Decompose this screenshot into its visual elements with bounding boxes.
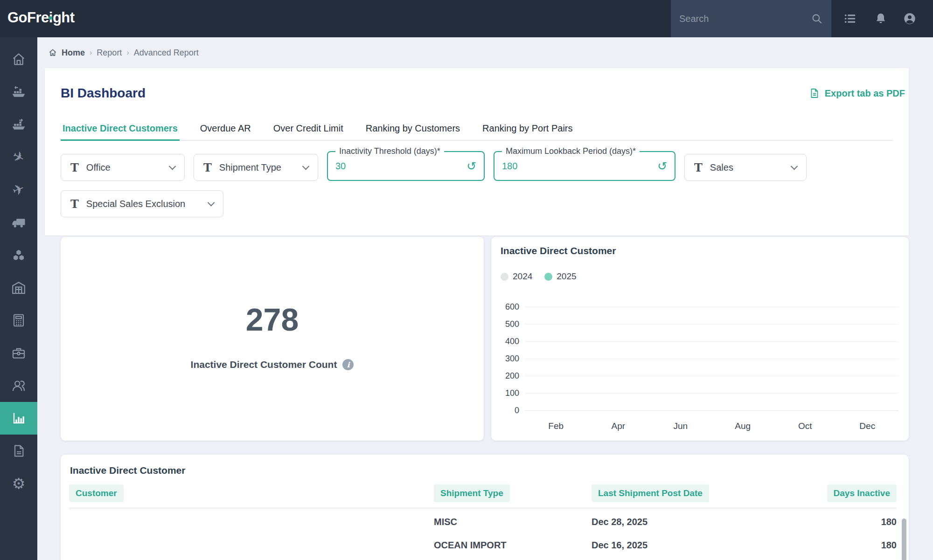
tab-over-credit-limit[interactable]: Over Credit Limit (272, 123, 345, 140)
sidebar-item-ship-import[interactable] (0, 76, 37, 108)
sidebar-item-documents[interactable] (0, 435, 37, 467)
users-icon (11, 378, 27, 394)
gridline-y-600 (525, 307, 898, 307)
export-pdf-label: Export tab as PDF (825, 88, 905, 99)
tab-ranking-by-port-pairs[interactable]: Ranking by Port Pairs (480, 123, 574, 140)
legend-label-2025: 2025 (557, 271, 576, 282)
warehouse-icon (11, 280, 27, 296)
breadcrumb-home[interactable]: Home (62, 48, 85, 58)
reset-icon[interactable]: ↺ (657, 160, 667, 172)
page-scrollbar-thumb[interactable] (902, 519, 906, 560)
search-input[interactable] (679, 14, 811, 24)
task-list-icon[interactable] (843, 12, 856, 25)
kpi-value: 278 (61, 301, 484, 338)
breadcrumb: Home › Report › Advanced Report (49, 37, 199, 68)
notifications-bell-icon[interactable] (874, 12, 887, 25)
max-lookback-input[interactable] (502, 161, 657, 172)
truck-icon (11, 214, 27, 230)
chevron-down-icon (791, 162, 798, 170)
user-avatar-icon[interactable] (903, 12, 916, 25)
ship-import-icon (11, 84, 27, 100)
sidebar-item-air-export[interactable]: ✈ (0, 173, 37, 206)
tab-bar: Inactive Direct Customers Overdue AR Ove… (61, 123, 893, 141)
gridline-y-300 (525, 359, 898, 359)
special-sales-exclusion-filter[interactable]: T Special Sales Exclusion (61, 190, 223, 217)
tab-ranking-by-customers[interactable]: Ranking by Customers (364, 123, 462, 140)
max-lookback-label: Maximum Lookback Period (days)* (502, 146, 640, 156)
kpi-label: Inactive Direct Customer Count (191, 359, 337, 370)
column-header-customer[interactable]: Customer (69, 484, 124, 502)
table-header-row: Customer Shipment Type Last Shipment Pos… (69, 483, 897, 504)
column-header-last-shipment-post-date[interactable]: Last Shipment Post Date (592, 484, 709, 502)
x-tick-label: Apr (611, 421, 625, 431)
x-tick-label: Aug (735, 421, 751, 431)
breadcrumb-home-icon[interactable] (49, 48, 57, 57)
kpi-card: 278 Inactive Direct Customer Count i (61, 237, 484, 441)
info-icon[interactable]: i (342, 359, 354, 370)
tab-inactive-direct-customers[interactable]: Inactive Direct Customers (61, 123, 180, 141)
app-logo[interactable]: GoFreight (7, 9, 75, 26)
sales-filter[interactable]: T Sales (684, 154, 807, 181)
legend-item-2024[interactable]: 2024 (501, 271, 532, 282)
breadcrumb-advanced-report[interactable]: Advanced Report (134, 48, 199, 58)
page-title: BI Dashboard (61, 86, 146, 101)
chevron-down-icon (169, 162, 176, 170)
filter-row-2: T Special Sales Exclusion (61, 190, 223, 217)
sidebar-item-accounting[interactable] (0, 304, 37, 337)
home-icon (11, 52, 26, 67)
gridline-y-400 (525, 341, 898, 342)
table-row[interactable]: OCEAN IMPORT Dec 16, 2025 180 (69, 533, 897, 557)
shipment-type-cell: OCEAN IMPORT (434, 540, 592, 551)
text-filter-icon: T (203, 161, 212, 174)
sidebar-item-reports[interactable] (0, 402, 37, 435)
sidebar-item-warehouse[interactable] (0, 271, 37, 304)
column-header-shipment-type[interactable]: Shipment Type (434, 484, 510, 502)
shipment-type-filter[interactable]: T Shipment Type (194, 154, 318, 181)
days-inactive-cell: 180 (746, 517, 897, 527)
table-header-divider (69, 508, 897, 508)
y-tick-label: 400 (495, 337, 519, 346)
sidebar-item-cargo[interactable] (0, 239, 37, 271)
ship-export-icon (11, 117, 27, 132)
sidebar-item-settings[interactable]: ⚙ (0, 467, 37, 500)
sidebar: ✈ ✈ (0, 37, 37, 560)
last-shipment-date-cell: Dec 28, 2025 (592, 517, 746, 527)
sidebar-item-customers[interactable] (0, 369, 37, 402)
sidebar-item-business[interactable] (0, 337, 37, 369)
gridline-y-200 (525, 376, 898, 376)
breadcrumb-separator: › (126, 48, 129, 57)
tab-overdue-ar[interactable]: Overdue AR (198, 123, 253, 140)
gridline-y-100 (525, 393, 898, 394)
pdf-document-icon (809, 88, 820, 99)
sidebar-item-air-import[interactable]: ✈ (0, 141, 37, 173)
legend-label-2024: 2024 (513, 271, 532, 282)
sidebar-item-trucking[interactable] (0, 206, 37, 239)
office-filter-label: Office (86, 162, 162, 173)
chart-plot: 0100200300400500600FebAprJunAugOctDec (525, 307, 898, 411)
y-tick-label: 500 (495, 319, 519, 329)
legend-item-2025[interactable]: 2025 (544, 271, 576, 282)
chevron-down-icon (208, 199, 215, 206)
export-pdf-button[interactable]: Export tab as PDF (809, 88, 905, 99)
table-title: Inactive Direct Customer (70, 465, 185, 476)
reset-icon[interactable]: ↺ (466, 160, 476, 172)
search-icon[interactable] (811, 13, 823, 25)
days-inactive-cell: 180 (746, 540, 897, 551)
search-bar (671, 0, 831, 37)
table-row[interactable]: MISC Dec 28, 2025 180 (69, 510, 897, 533)
document-icon (11, 443, 26, 458)
inactivity-threshold-input[interactable] (335, 161, 466, 172)
dashboard-panel: BI Dashboard Export tab as PDF Inactive … (45, 68, 909, 235)
gear-icon: ⚙ (12, 476, 26, 491)
breadcrumb-report[interactable]: Report (97, 48, 122, 58)
column-header-days-inactive[interactable]: Days Inactive (827, 484, 897, 502)
legend-swatch-2024 (501, 273, 508, 281)
sidebar-item-ship-export[interactable] (0, 108, 37, 141)
y-tick-label: 200 (495, 371, 519, 381)
x-tick-label: Feb (548, 421, 564, 431)
gridline-y-0 (525, 410, 898, 411)
bar-chart-icon (11, 411, 26, 426)
sidebar-item-home[interactable] (0, 43, 37, 76)
text-filter-icon: T (70, 161, 79, 174)
office-filter[interactable]: T Office (61, 154, 185, 181)
